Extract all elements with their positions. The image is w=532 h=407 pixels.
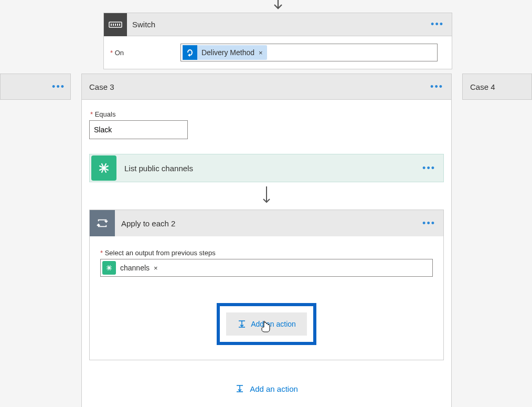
slack-icon <box>102 261 116 275</box>
case-prev[interactable]: ••• <box>0 74 71 100</box>
equals-input[interactable] <box>89 120 188 139</box>
arrow-down-icon <box>271 0 285 12</box>
case3-header[interactable]: Case 3 ••• <box>81 74 452 100</box>
add-action-link[interactable]: Add an action <box>89 384 444 393</box>
on-label: * On <box>110 49 178 57</box>
token-remove-icon[interactable]: × <box>259 49 263 57</box>
dynamic-content-icon <box>183 45 197 60</box>
cases-row: ••• Case 3 ••• Case 4 <box>0 74 532 100</box>
svg-rect-1 <box>111 24 112 26</box>
add-action-button[interactable]: Add an action <box>226 312 307 336</box>
switch-header[interactable]: Switch ••• <box>104 13 452 36</box>
on-field[interactable]: Delivery Method × <box>180 44 438 61</box>
case4-header[interactable]: Case 4 <box>462 74 532 100</box>
loop-icon <box>90 210 115 236</box>
chip-remove-icon[interactable]: × <box>154 264 158 272</box>
switch-icon <box>104 13 127 36</box>
insert-step-icon <box>237 319 247 329</box>
svg-rect-4 <box>117 24 118 26</box>
apply-to-each-card: Apply to each 2 ••• * Select an output f… <box>89 210 444 360</box>
add-action-highlight: Add an action <box>217 303 316 345</box>
equals-label: * Equals <box>90 110 444 118</box>
svg-rect-2 <box>113 24 114 26</box>
more-icon[interactable]: ••• <box>422 163 435 174</box>
select-output-field[interactable]: channels × <box>100 259 433 277</box>
more-icon[interactable]: ••• <box>430 81 443 92</box>
channels-chip-label: channels <box>120 264 150 272</box>
select-output-label: * Select an output from previous steps <box>100 249 433 257</box>
case3-body: * Equals List public channels ••• Apply … <box>81 100 452 407</box>
apply-body: * Select an output from previous steps c… <box>90 236 443 360</box>
more-icon[interactable]: ••• <box>422 218 435 229</box>
svg-rect-3 <box>115 24 116 26</box>
add-action-label: Add an action <box>251 320 296 328</box>
list-public-channels-card[interactable]: List public channels ••• <box>89 154 444 182</box>
case4-title: Case 4 <box>470 82 495 91</box>
slack-icon <box>91 155 116 181</box>
more-icon[interactable]: ••• <box>431 19 444 30</box>
arrow-down-icon <box>89 185 444 206</box>
delivery-method-token[interactable]: Delivery Method × <box>183 45 267 60</box>
case3-title: Case 3 <box>89 82 114 91</box>
more-icon[interactable]: ••• <box>52 81 65 92</box>
switch-title: Switch <box>132 20 155 29</box>
insert-step-icon <box>235 384 244 393</box>
apply-title: Apply to each 2 <box>121 219 175 228</box>
switch-card: Switch ••• * On Delivery Method × <box>103 13 452 69</box>
token-label: Delivery Method <box>201 48 254 57</box>
switch-body: * On Delivery Method × <box>104 36 452 69</box>
add-action-bottom-label: Add an action <box>250 384 298 393</box>
slack-action-title: List public channels <box>124 164 193 173</box>
svg-rect-5 <box>119 24 120 26</box>
apply-header[interactable]: Apply to each 2 ••• <box>90 210 443 236</box>
